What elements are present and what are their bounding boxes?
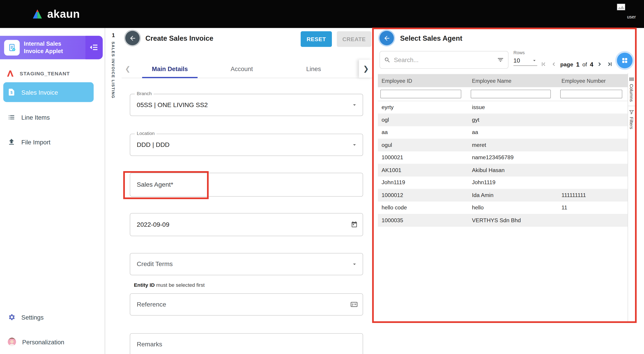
cell-employee-name: name123456789 xyxy=(468,154,558,160)
cell-employee-name: meret xyxy=(468,142,558,148)
rows-value: 10 xyxy=(514,57,520,64)
date-field[interactable]: 2022-09-09 xyxy=(130,213,363,236)
cell-employee-name: gyt xyxy=(468,117,558,123)
tabs-scroll-right[interactable]: ❯ xyxy=(359,60,373,78)
next-page-icon[interactable] xyxy=(596,61,604,68)
sidebar-item-line-items[interactable]: Line Items xyxy=(3,109,94,126)
branch-value: 05SS | ONE LIVING SS2 xyxy=(137,101,208,109)
table-row[interactable]: 1000012 Ida Amin 111111111 xyxy=(378,189,628,202)
cell-employee-name: Ida Amin xyxy=(468,192,558,198)
chevron-down-icon xyxy=(532,58,537,63)
filter-input-employee-name[interactable] xyxy=(471,90,551,98)
cell-employee-name: aa xyxy=(468,129,558,135)
contact-card-icon xyxy=(350,301,358,308)
sidebar-item-settings[interactable]: Settings xyxy=(3,309,94,326)
table-filter-row xyxy=(378,87,628,101)
cell-employee-name: Akibul Hasan xyxy=(468,167,558,173)
branch-label: Branch xyxy=(135,91,154,96)
side-tab-label: Columns xyxy=(629,84,634,102)
dialog-back-button[interactable] xyxy=(380,31,394,45)
cell-employee-id: John1119 xyxy=(378,180,468,186)
filter-icon[interactable] xyxy=(497,56,504,63)
sidebar-item-label: Sales Invoice xyxy=(21,89,58,96)
page-title: Create Sales Invoice xyxy=(146,35,214,43)
first-page-icon[interactable] xyxy=(540,61,547,68)
credit-terms-select[interactable]: Credit Terms xyxy=(130,253,363,275)
prev-page-icon[interactable] xyxy=(550,61,557,68)
funnel-icon xyxy=(629,109,634,115)
cell-employee-name: hello xyxy=(468,205,558,211)
back-arrow-icon xyxy=(383,34,390,42)
date-value: 2022-09-09 xyxy=(137,221,169,228)
akaun-logo[interactable]: akaun xyxy=(32,8,80,21)
filter-input-employee-id[interactable] xyxy=(380,90,461,98)
column-header-employee-number[interactable]: Employee Number xyxy=(558,78,628,84)
cell-employee-id: 1000035 xyxy=(378,217,468,223)
applet-banner: Internal Sales Invoice Applet xyxy=(0,36,102,59)
create-invoice-panel: Create Sales Invoice RESET CREATE ❮ Main… xyxy=(122,28,373,354)
rows-per-page-select[interactable]: Rows 10 xyxy=(514,50,537,66)
pagination-word-of: of xyxy=(582,61,587,67)
pagination-total: 4 xyxy=(590,61,593,68)
akaun-logo-icon xyxy=(32,9,44,19)
table-row[interactable]: eyrty issue xyxy=(378,101,628,114)
logo-text: akaun xyxy=(47,8,80,21)
cell-employee-id: ogl xyxy=(378,117,468,123)
table-row[interactable]: ogul meret xyxy=(378,139,628,151)
table-row[interactable]: 1000021 name123456789 xyxy=(378,151,628,164)
tenant-selector[interactable]: STAGING_TENANT xyxy=(6,67,70,81)
sales-agent-field[interactable]: Sales Agent* xyxy=(130,173,363,197)
credit-terms-hint: Entity ID must be selected first xyxy=(134,282,204,288)
sidebar-item-label: Settings xyxy=(21,314,44,321)
reset-button[interactable]: RESET xyxy=(301,31,332,47)
sidebar-item-sales-invoice[interactable]: $ Sales Invoice xyxy=(3,82,94,102)
sidebar-item-personalization[interactable]: Personalization xyxy=(3,333,94,351)
calendar-icon xyxy=(351,221,358,228)
tab-account[interactable]: Account xyxy=(206,60,278,78)
tabs-scroll-left[interactable]: ❮ xyxy=(122,60,134,78)
applet-name: Internal Sales Invoice Applet xyxy=(24,40,76,55)
tab-main-details[interactable]: Main Details xyxy=(134,60,206,78)
table-row[interactable]: hello code hello 11 xyxy=(378,202,628,214)
pagination-word-page: page xyxy=(560,61,573,67)
user-avatar[interactable]: user xyxy=(617,4,636,21)
table-row[interactable]: AK1001 Akibul Hasan xyxy=(378,164,628,176)
remarks-field[interactable]: Remarks xyxy=(130,333,363,354)
credit-terms-label: Credit Terms xyxy=(137,260,173,268)
side-tab-label: Filters xyxy=(629,117,634,129)
table-row[interactable]: 1000035 VERTHYS Sdn Bhd xyxy=(378,214,628,227)
sidebar: Internal Sales Invoice Applet STAGING_TE… xyxy=(0,28,105,354)
last-page-icon[interactable] xyxy=(606,61,614,68)
location-select[interactable]: Location DDD | DDD xyxy=(130,134,363,156)
cell-employee-number: 11 xyxy=(558,205,628,211)
back-button[interactable] xyxy=(125,31,140,45)
cell-employee-id: eyrty xyxy=(378,104,468,110)
search-input[interactable] xyxy=(394,56,494,63)
sidebar-item-label: Personalization xyxy=(22,338,64,345)
cell-employee-name: issue xyxy=(468,104,558,110)
avatar-alt-text: user xyxy=(627,14,636,19)
create-button[interactable]: CREATE xyxy=(337,31,372,47)
side-tab-filters[interactable]: Filters xyxy=(628,106,635,129)
table-row[interactable]: aa aa xyxy=(378,126,628,139)
cell-employee-id: 1000012 xyxy=(378,192,468,198)
reference-field[interactable]: Reference xyxy=(130,293,363,315)
menu-collapse-icon xyxy=(90,43,98,52)
tenant-name: STAGING_TENANT xyxy=(20,71,70,77)
upload-icon xyxy=(8,138,16,146)
tab-lines[interactable]: Lines xyxy=(278,60,350,78)
column-header-employee-id[interactable]: Employee ID xyxy=(378,78,468,84)
side-tab-columns[interactable]: Columns xyxy=(628,73,635,102)
back-arrow-icon xyxy=(129,34,136,42)
pagination-current: 1 xyxy=(576,61,579,68)
avatar-icon xyxy=(8,337,16,346)
dialog-title: Select Sales Agent xyxy=(400,35,462,43)
table-row[interactable]: ogl gyt xyxy=(378,114,628,126)
sidebar-item-file-import[interactable]: File Import xyxy=(3,133,94,151)
filter-input-employee-number[interactable] xyxy=(560,90,622,98)
column-header-employee-name[interactable]: Employee Name xyxy=(468,78,558,84)
sidebar-collapse-button[interactable] xyxy=(85,36,102,59)
branch-select[interactable]: Branch 05SS | ONE LIVING SS2 xyxy=(130,94,363,116)
grid-view-button[interactable] xyxy=(617,53,632,68)
table-row[interactable]: John1119 John1119 xyxy=(378,176,628,189)
